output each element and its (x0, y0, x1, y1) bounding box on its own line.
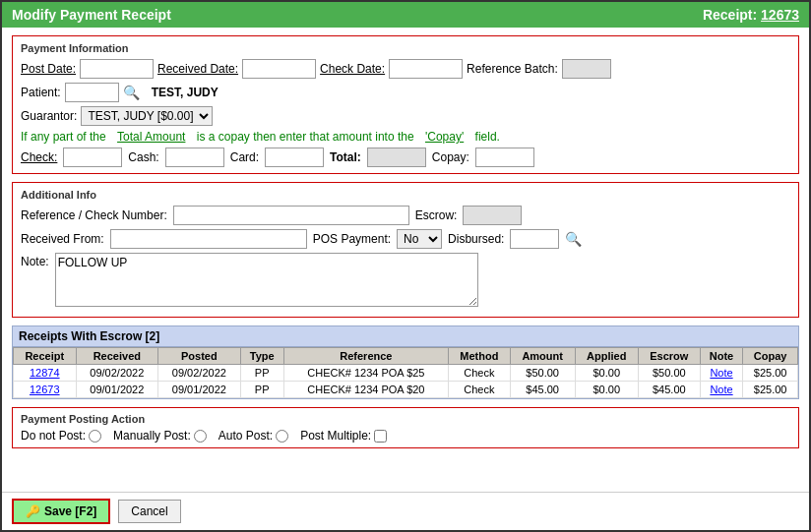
receipt-number-link[interactable]: 12673 (761, 7, 799, 23)
cell-receipt[interactable]: 12673 (14, 382, 77, 398)
post-multiple-checkbox[interactable] (374, 430, 387, 443)
patient-label: Patient: (21, 86, 61, 99)
patient-name: TEST, JUDY (152, 86, 218, 99)
disbursed-input[interactable] (510, 229, 559, 249)
key-icon: 🔑 (26, 504, 40, 518)
col-applied: Applied (575, 348, 638, 365)
cell-note[interactable]: Note (700, 365, 743, 382)
payment-info-label: Payment Information (21, 42, 790, 54)
guarantor-label: Guarantor: (21, 109, 77, 123)
col-received: Received (76, 348, 158, 365)
pos-payment-select[interactable]: No Yes (397, 229, 442, 249)
table-row: 1267309/01/202209/01/2022PPCHECK# 1234 P… (14, 382, 798, 398)
cancel-button[interactable]: Cancel (118, 500, 180, 523)
save-button[interactable]: 🔑 Save [F2] (12, 499, 110, 524)
received-from-input[interactable] (110, 229, 307, 249)
manually-post-label: Manually Post: (113, 429, 207, 443)
cell-amount: $45.00 (510, 382, 575, 398)
cell-posted: 09/02/2022 (158, 365, 241, 382)
col-copay: Copay (743, 348, 798, 365)
col-posted: Posted (158, 348, 241, 365)
manually-post-radio[interactable] (194, 430, 207, 443)
cell-received: 09/02/2022 (76, 365, 158, 382)
receipts-escrow-header: Receipts With Escrow [2] (13, 326, 798, 347)
cell-receipt[interactable]: 12874 (14, 365, 77, 382)
pos-payment-label: POS Payment: (313, 232, 391, 246)
check-date-input[interactable]: 09/01/2022 (389, 59, 463, 79)
note-link[interactable]: Note (710, 367, 732, 379)
note-label: Note: (21, 253, 49, 268)
total-amount-link[interactable]: Total Amount (117, 130, 185, 144)
additional-info-section: Additional Info Reference / Check Number… (12, 182, 799, 318)
cell-posted: 09/01/2022 (158, 382, 241, 398)
total-label: Total: (330, 150, 361, 164)
receipts-with-escrow-section: Receipts With Escrow [2] Receipt Receive… (12, 325, 799, 399)
col-escrow: Escrow (638, 348, 700, 365)
card-label: Card: (230, 150, 259, 164)
table-row: 1287409/02/202209/02/2022PPCHECK# 1234 P… (14, 365, 798, 382)
check-date-label: Check Date: (320, 62, 385, 76)
receipt-info: Receipt: 12673 (703, 7, 799, 23)
copay-field-link[interactable]: 'Copay' (425, 130, 464, 144)
copay-info-text: If any part of the Total Amount is a cop… (21, 130, 790, 144)
cell-escrow: $45.00 (638, 382, 700, 398)
cell-received: 09/01/2022 (76, 382, 158, 398)
note-textarea[interactable]: FOLLOW UP (55, 253, 478, 307)
button-row: 🔑 Save [F2] Cancel (2, 492, 809, 530)
post-multiple-label: Post Multiple: (300, 429, 387, 443)
note-link[interactable]: Note (710, 384, 732, 395)
card-amount-input[interactable]: $0.00 (265, 148, 324, 167)
receipt-link[interactable]: 12673 (30, 384, 60, 395)
auto-post-radio[interactable] (276, 430, 288, 443)
cell-applied: $0.00 (575, 365, 638, 382)
reference-batch-label: Reference Batch: (467, 62, 558, 76)
escrow-input: 45.00 (463, 206, 522, 225)
cell-reference: CHECK# 1234 POA $25 (283, 365, 448, 382)
receipts-table: Receipt Received Posted Type Reference M… (13, 347, 798, 398)
patient-search-icon[interactable]: 🔍 (123, 85, 140, 100)
copay-amount-input[interactable]: $25.00 (475, 148, 534, 167)
guarantor-select[interactable]: TEST, JUDY [$0.00] (81, 106, 213, 126)
cell-type: PP (240, 365, 283, 382)
check-amount-label: Check: (21, 150, 57, 164)
received-from-label: Received From: (21, 232, 104, 246)
disbursed-label: Disbursed: (448, 232, 504, 246)
receipt-link[interactable]: 12874 (30, 367, 60, 379)
cell-reference: CHECK# 1234 POA $20 (283, 382, 448, 398)
cell-copay: $25.00 (743, 365, 798, 382)
auto-post-label: Auto Post: (218, 429, 288, 443)
cell-escrow: $50.00 (638, 365, 700, 382)
reference-batch-input[interactable]: 570 (562, 59, 611, 79)
cash-label: Cash: (128, 150, 158, 164)
disbursed-search-icon[interactable]: 🔍 (565, 231, 582, 247)
copay-label: Copay: (432, 150, 469, 164)
cell-copay: $25.00 (743, 382, 798, 398)
cell-note[interactable]: Note (700, 382, 743, 398)
col-reference: Reference (283, 348, 448, 365)
posting-label: Payment Posting Action (21, 413, 790, 425)
do-not-post-radio[interactable] (89, 430, 101, 443)
check-amount-input[interactable]: $45.00 (63, 148, 122, 167)
post-date-label: Post Date: (21, 62, 76, 76)
post-date-input[interactable]: 09/01/2022 (80, 59, 154, 79)
payment-information-section: Payment Information Post Date: 09/01/202… (12, 35, 799, 174)
patient-input[interactable]: 44545 (65, 83, 119, 102)
col-note: Note (700, 348, 743, 365)
window-title: Modify Payment Receipt (12, 7, 171, 23)
col-type: Type (240, 348, 283, 365)
ref-check-label: Reference / Check Number: (21, 208, 167, 222)
additional-info-label: Additional Info (21, 189, 790, 201)
ref-check-input[interactable]: CHECK# 1234 POA $20 (173, 206, 409, 225)
escrow-label: Escrow: (415, 208, 458, 222)
cell-applied: $0.00 (575, 382, 638, 398)
payment-posting-section: Payment Posting Action Do not Post: Manu… (12, 407, 799, 448)
col-method: Method (448, 348, 510, 365)
received-date-input[interactable]: 09/01/2022 (242, 59, 316, 79)
cash-amount-input[interactable]: $0.00 (165, 148, 224, 167)
col-receipt: Receipt (14, 348, 77, 365)
received-date-label: Received Date: (157, 62, 238, 76)
cell-amount: $50.00 (510, 365, 575, 382)
cell-type: PP (240, 382, 283, 398)
do-not-post-label: Do not Post: (21, 429, 101, 443)
cell-method: Check (448, 365, 510, 382)
